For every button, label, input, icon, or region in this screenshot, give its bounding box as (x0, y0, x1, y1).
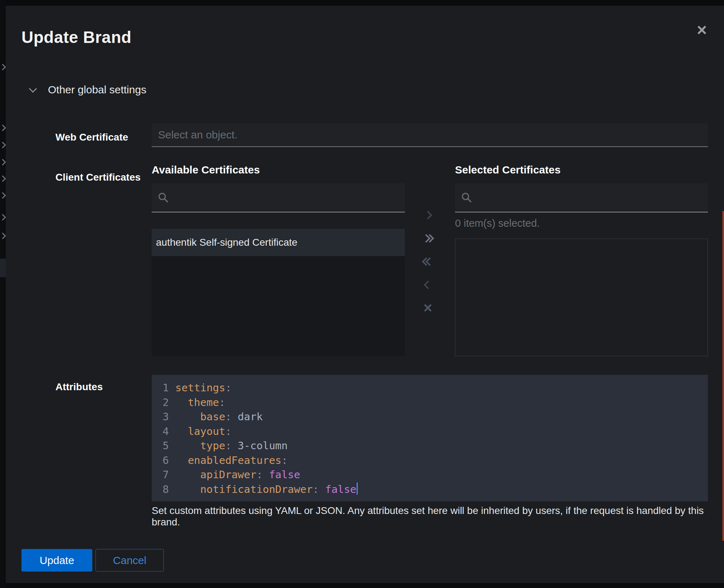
selected-certificates-header: Selected Certificates (455, 164, 561, 176)
search-icon (157, 192, 169, 203)
update-brand-modal: Update Brand × Other global settings Web… (6, 6, 724, 583)
chevron-right-icon (0, 176, 5, 182)
web-certificate-label: Web Certificate (55, 132, 128, 143)
code-line: 5 type:3-column (157, 438, 708, 453)
selected-count-status: 0 item(s) selected. (455, 217, 540, 229)
web-certificate-input[interactable] (152, 123, 708, 147)
code-line: 2 theme: (157, 395, 708, 410)
chevron-right-icon (0, 215, 5, 221)
transfer-clear-button[interactable]: × (418, 299, 438, 317)
code-line: 7 apiDrawer:false (157, 467, 708, 482)
code-line: 3 base:dark (157, 410, 708, 424)
cancel-button[interactable]: Cancel (96, 549, 164, 572)
attributes-help-text: Set custom attributes using YAML or JSON… (152, 505, 710, 528)
available-certificates-header: Available Certificates (152, 164, 260, 176)
code-line: 4 layout: (157, 424, 708, 439)
code-line: 6 enabledFeatures: (157, 453, 708, 468)
chevron-right-icon (0, 193, 5, 199)
selected-certificates-list[interactable] (455, 239, 708, 356)
selected-search-input[interactable] (477, 191, 702, 204)
transfer-add-selected-button[interactable] (418, 206, 438, 224)
section-toggle-other-global-settings[interactable]: Other global settings (27, 81, 149, 99)
update-button[interactable]: Update (21, 549, 92, 572)
available-search (152, 183, 405, 212)
transfer-remove-selected-button[interactable] (418, 276, 438, 293)
transfer-add-all-button[interactable] (418, 230, 438, 247)
chevron-right-icon (0, 142, 5, 149)
section-toggle-label: Other global settings (48, 84, 146, 96)
chevron-down-icon (29, 85, 37, 93)
available-search-input[interactable] (174, 191, 399, 204)
available-certificate-item[interactable]: authentik Self-signed Certificate (152, 229, 405, 256)
page-title: Update Brand (21, 28, 132, 47)
client-certificates-label: Client Certificates (55, 172, 141, 183)
right-edge-accent-line (723, 211, 724, 541)
search-icon (461, 192, 472, 203)
certificate-name: authentik Self-signed Certificate (156, 237, 297, 248)
chevron-right-icon (0, 64, 5, 71)
double-chevron-left-icon (423, 259, 433, 265)
chevron-left-icon (424, 280, 432, 289)
background-highlight-row (0, 259, 6, 277)
close-icon[interactable]: × (691, 19, 713, 41)
transfer-remove-all-button[interactable] (418, 253, 438, 270)
chevron-right-icon (0, 125, 5, 132)
chevron-right-icon (0, 233, 5, 240)
attributes-code-editor[interactable]: 1 settings: 2 theme: 3 base:dark 4 layou… (152, 375, 708, 501)
selected-search (455, 183, 708, 212)
background-page-strip (0, 0, 6, 588)
code-line: 8 notificationDrawer:false (157, 482, 708, 497)
chevron-right-icon (424, 211, 432, 219)
attributes-label: Attributes (55, 381, 103, 393)
text-cursor (357, 482, 358, 495)
double-chevron-right-icon (423, 235, 433, 241)
code-line: 1 settings: (157, 381, 708, 395)
chevron-right-icon (0, 160, 5, 166)
screen: Update Brand × Other global settings Web… (0, 0, 724, 588)
available-certificates-list: authentik Self-signed Certificate (152, 229, 405, 356)
